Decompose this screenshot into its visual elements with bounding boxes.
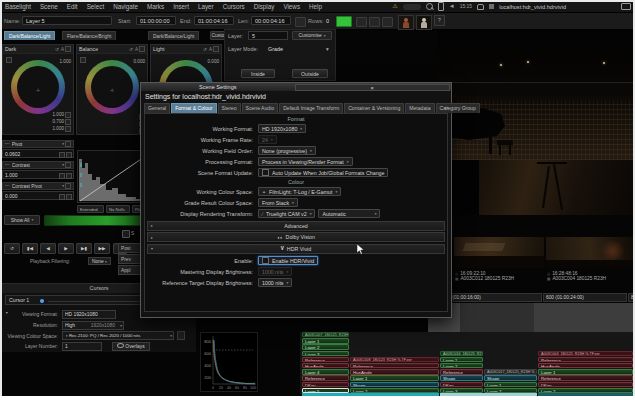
timeline-clip[interactable]: Shape (484, 375, 537, 380)
menu-scene[interactable]: Scene (40, 3, 58, 10)
tab-general[interactable]: General (144, 103, 170, 113)
menu-navigate[interactable]: Navigate (113, 3, 138, 10)
inside-button[interactable]: Inside (241, 69, 275, 78)
processing-format-dropdown[interactable]: Process in Viewing/Render Format▾ (258, 157, 353, 166)
resolution-dropdown[interactable]: High1920x1080▾ (62, 321, 124, 330)
wheel-menu-icon[interactable] (213, 46, 219, 52)
timeline-clip[interactable]: Layer 1 (350, 375, 439, 380)
timeline-clip[interactable]: Layer 1 (538, 369, 633, 374)
playback-filtering-dropdown[interactable]: None ▾ (88, 257, 111, 265)
reference-target-display-brightness-dropdown[interactable]: 1000 nits▾ (258, 278, 292, 287)
timeline-clip[interactable]: Reference (350, 363, 439, 368)
speaker-icon[interactable]: ◄ (449, 0, 455, 13)
show-all-dropdown[interactable]: Show All▾ (4, 215, 40, 225)
layer-number-field[interactable]: 5 (248, 31, 288, 40)
toolbar-button-3[interactable] (382, 17, 393, 27)
help-badge[interactable]: ? (434, 15, 445, 26)
menu-select[interactable]: Select (87, 3, 105, 10)
tab-scroll-icons[interactable]: ◂ ▸ (444, 105, 449, 110)
outside-button[interactable]: Outside (292, 69, 328, 78)
eyedropper-icon[interactable] (177, 331, 185, 340)
close-icon[interactable]: × (295, 84, 451, 91)
cursor-dot-icon[interactable] (40, 299, 44, 303)
layer-mode-value[interactable]: Grade (268, 46, 283, 52)
tab-container-versioning[interactable]: Container & Versioning (344, 103, 404, 113)
loop-button[interactable]: ↺ (4, 243, 20, 254)
slider-icon-b[interactable] (66, 152, 72, 158)
menu-display[interactable]: Display (254, 3, 275, 10)
name-field[interactable]: Layer 5 (22, 16, 112, 25)
timeline-clip[interactable]: A003C007_180125_R23H (302, 332, 349, 337)
tab-scene-audio[interactable]: Scene Audio (242, 103, 279, 113)
tab-flare-balance-bright[interactable]: Flare/Balance/Bright (62, 31, 116, 40)
menu-views[interactable]: Views (283, 3, 300, 10)
lock-icon[interactable] (122, 230, 130, 238)
timeline-clip[interactable]: A003C017_180125_R23H % (484, 369, 537, 374)
timeline-clip[interactable]: A003C008_180123_R23H %.TF.exr (350, 357, 439, 362)
layer-customise-dropdown[interactable]: Customise▾ (292, 31, 332, 40)
menu-edit[interactable]: Edit (67, 3, 78, 10)
timeline-tracks[interactable]: A003C007_180125_R23HLayer 1Layer 2Layer … (300, 332, 635, 394)
tab-category-group[interactable]: Category Group (436, 103, 480, 113)
timeline-clip[interactable]: DKey (302, 382, 349, 387)
slider-contrast-pivot-value[interactable]: 0.000 (2, 191, 74, 200)
timeline-scrollbar[interactable] (302, 393, 439, 395)
start-field[interactable]: 01:00:00:00 (136, 16, 176, 25)
drt-mode-dropdown[interactable]: Automatic▾ (318, 209, 380, 218)
timeline-scrollbar[interactable] (440, 393, 537, 395)
advanced-section-bar[interactable]: ▸Advanced (147, 221, 445, 231)
overlays-button[interactable]: Overlays (112, 342, 150, 351)
wheel-dark-value-1[interactable]: 1.000 (53, 112, 72, 118)
mark-icon[interactable] (295, 17, 306, 27)
reset-icon[interactable]: ↺ (55, 47, 59, 52)
position-button[interactable]: Post (118, 243, 142, 253)
wheel-light-top-value[interactable]: 0.000 (208, 59, 220, 64)
timeline-clip[interactable]: Layer 2 (440, 363, 483, 368)
tab-metadata[interactable]: Metadata (405, 103, 434, 113)
frame-bar-1[interactable]: 400 (01:00:16:00) (440, 293, 542, 302)
grade-result-colour-space-dropdown[interactable]: From Stack▾ (258, 198, 298, 207)
balance-crosshair[interactable]: + (17, 87, 59, 95)
working-format-dropdown[interactable]: HD 1920x1080▾ (258, 124, 306, 133)
auto-icon[interactable]: A (61, 47, 64, 52)
reset-icon[interactable]: ↺ (129, 47, 133, 52)
slider-contrast-value[interactable]: 1.000 (2, 170, 74, 179)
slider-menu-icon[interactable] (65, 162, 71, 168)
timeline-clip[interactable]: HueAngle (538, 363, 633, 368)
dolby-vision-section-bar[interactable]: ▸◖◗Dolby Vision (147, 232, 445, 242)
apply-button[interactable]: Appl (118, 265, 142, 275)
search-icon[interactable] (426, 3, 433, 10)
timeline-clip[interactable]: Reference (302, 357, 349, 362)
auto-update-checkbox[interactable]: Auto Update When Job/Global Formats Chan… (258, 168, 388, 177)
working-field-order-dropdown[interactable]: None (progressive)▾ (258, 146, 316, 155)
slider-menu-icon[interactable] (65, 183, 71, 189)
wheel-balance-top-value[interactable]: 0.000 (134, 59, 146, 64)
go-start-button[interactable]: ▮◀ (22, 243, 38, 254)
wheel-lock-icon[interactable] (80, 57, 86, 63)
step-back-button[interactable]: ◀ (40, 243, 56, 254)
slider-pivot-value[interactable]: 0.0602 (2, 149, 74, 158)
timeline-clip[interactable]: Layer 2 (302, 344, 349, 349)
len-field[interactable]: 00:00:04:16 (251, 16, 291, 25)
slider-icon-a[interactable] (59, 152, 65, 158)
auto-icon[interactable]: A (209, 47, 212, 52)
timeline-clip[interactable]: Layer 1 (484, 382, 537, 387)
timeline-clip[interactable]: Reference (538, 375, 633, 380)
display-rendering-transform-dropdown[interactable]: ∕Truelight CAM v2▾ (258, 209, 315, 218)
step-forward-button[interactable]: ▶▮ (76, 243, 92, 254)
timeline-clip[interactable]: Reference (302, 375, 349, 380)
toolbar-button-2[interactable] (369, 17, 380, 27)
frame-bar-2[interactable]: 600 (01:00:24:00) (543, 293, 627, 302)
timeline-clip[interactable]: Reference (538, 357, 633, 362)
timeline-clip[interactable]: A003C004_180125_R23H %.TF.exr (538, 351, 633, 356)
timeline-clip[interactable]: Shape (440, 375, 483, 380)
menu-help[interactable]: Help (309, 3, 322, 10)
working-colour-space-dropdown[interactable]: ▲FilmLight: T-Log / E-Gamut▾ (258, 187, 341, 196)
tab-dark-balance-light[interactable]: Dark/Balance/Light (4, 31, 55, 40)
timeline-clip[interactable]: Layer 3 (302, 351, 349, 356)
histogram-panel[interactable] (77, 150, 149, 203)
slider-icon-a[interactable] (59, 194, 65, 200)
timeline-clip[interactable]: Layer 4 (302, 369, 349, 374)
timeline-clip[interactable]: Layer 1 (440, 357, 483, 362)
hue-ring[interactable]: + (85, 60, 139, 114)
